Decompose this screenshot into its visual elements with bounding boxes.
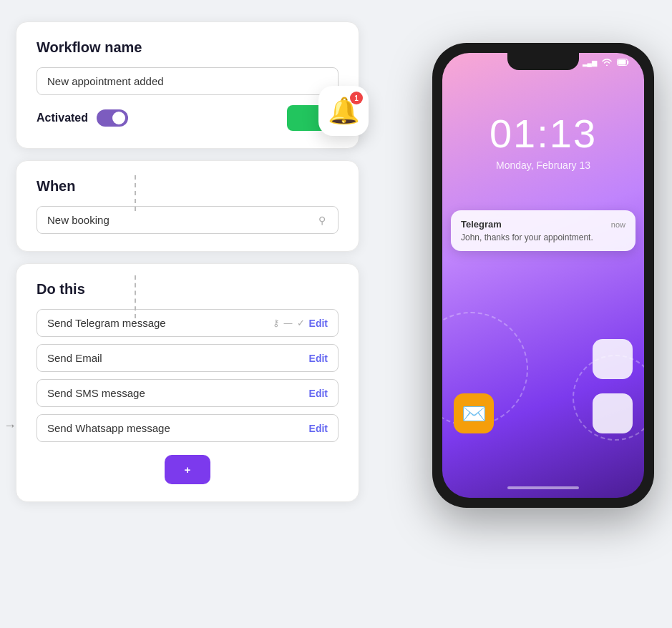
trigger-input[interactable] (36, 206, 339, 234)
activated-label: Activated (36, 112, 88, 124)
action-list: Send Telegram message ⚷ — ✓ Edit Send Em… (36, 309, 339, 442)
phone-notification-card: Telegram now John, thanks for your appoi… (451, 210, 636, 251)
edit-whatsapp-button[interactable]: Edit (309, 423, 328, 434)
do-this-title: Do this (36, 281, 339, 298)
toggle-thumb (112, 112, 125, 124)
home-indicator (507, 486, 579, 489)
action-icons-whatsapp: Edit (309, 423, 328, 434)
key-icon: ⚷ (273, 318, 280, 328)
action-item-telegram[interactable]: Send Telegram message ⚷ — ✓ Edit (36, 309, 339, 337)
action-item-email[interactable]: Send Email Edit (36, 344, 339, 372)
bell-badge: 1 (350, 92, 363, 104)
chain-icon: — (284, 318, 293, 328)
time-display: 01:13 Monday, February 13 (442, 110, 644, 171)
app-row-1 (454, 339, 633, 379)
phone-screen: ▂▄▆ (442, 53, 644, 498)
wifi-icon (602, 59, 612, 67)
connector-v2 (135, 275, 136, 318)
svg-rect-1 (618, 60, 626, 65)
phone-container: ▂▄▆ (422, 43, 665, 558)
action-label-whatsapp: Send Whatsapp message (47, 422, 309, 434)
workflow-name-input[interactable] (36, 67, 339, 95)
edit-telegram-button[interactable]: Edit (309, 318, 328, 329)
action-item-sms[interactable]: Send SMS message Edit (36, 379, 339, 407)
notif-header: Telegram now (461, 219, 625, 230)
connector-v1 (135, 175, 136, 211)
workflow-card: Workflow name Activated (16, 21, 359, 149)
email-envelope-icon: ✉️ (462, 402, 487, 426)
date-text: Monday, February 13 (442, 160, 644, 171)
time-text: 01:13 (442, 110, 644, 157)
arrow-indicator: → (4, 418, 16, 433)
bell-notification: 🔔 1 (318, 86, 369, 136)
activated-row: Activated (36, 105, 339, 131)
notif-time: now (611, 220, 625, 229)
app-icon-white-2 (593, 393, 633, 433)
action-icons-email: Edit (309, 353, 328, 364)
when-card: When ⚲ (16, 160, 359, 252)
app-icons-area: ✉️ (442, 339, 644, 433)
signal-icon: ▂▄▆ (583, 59, 597, 67)
edit-email-button[interactable]: Edit (309, 353, 328, 364)
edit-sms-button[interactable]: Edit (309, 388, 328, 399)
action-icons-telegram: ⚷ — ✓ Edit (273, 318, 328, 329)
workflow-title: Workflow name (36, 39, 339, 56)
gender-icon: ⚲ (318, 215, 330, 226)
when-title: When (36, 178, 339, 195)
add-action-button[interactable]: + (165, 455, 211, 484)
main-container: Workflow name Activated When ⚲ Do (0, 0, 672, 628)
status-icons: ▂▄▆ (583, 59, 630, 67)
battery-icon (617, 59, 630, 67)
app-icon-white-1 (593, 339, 633, 379)
action-label-sms: Send SMS message (47, 387, 309, 399)
trigger-input-wrapper: ⚲ (36, 206, 339, 234)
app-icon-email[interactable]: ✉️ (454, 393, 494, 433)
notif-message: John, thanks for your appointment. (461, 232, 625, 242)
action-label-email: Send Email (47, 352, 309, 364)
app-row-2: ✉️ (454, 393, 633, 433)
action-item-whatsapp[interactable]: Send Whatsapp message Edit (36, 414, 339, 442)
phone-frame: ▂▄▆ (432, 43, 654, 508)
left-panel: Workflow name Activated When ⚲ Do (16, 21, 359, 502)
activated-toggle[interactable] (97, 109, 128, 127)
do-this-card: Do this Send Telegram message ⚷ — ✓ Edit… (16, 263, 359, 502)
toggle-track (97, 109, 128, 127)
arrow-icon: → (4, 418, 16, 433)
action-label-telegram: Send Telegram message (47, 317, 273, 329)
phone-notch (507, 53, 579, 70)
checkmark-icon: ✓ (297, 318, 305, 328)
action-icons-sms: Edit (309, 388, 328, 399)
notif-app-name: Telegram (461, 219, 502, 230)
